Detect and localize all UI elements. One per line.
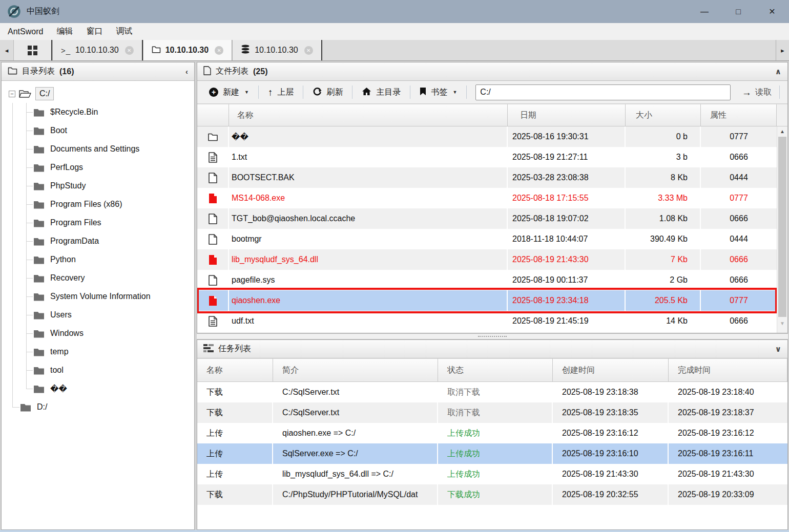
plus-circle-icon: + <box>209 88 218 97</box>
tree-node[interactable]: Boot <box>2 121 194 140</box>
menu-window[interactable]: 窗口 <box>79 26 109 37</box>
column-task-done[interactable]: 完成时间 <box>669 358 787 382</box>
file-list-panel: 文件列表 (25) ∧ + 新建 ▼ ↑ 上层 <box>197 62 788 333</box>
tabs-scroll-left-button[interactable]: ◂ <box>0 40 13 60</box>
tree-node[interactable]: �� <box>2 379 194 398</box>
menu-edit[interactable]: 编辑 <box>50 26 79 37</box>
tree-node-label: PerfLogs <box>50 163 83 172</box>
task-row[interactable]: 上传qiaoshen.exe => C:/上传成功2025-08-19 23:1… <box>197 423 787 443</box>
tab-bar: ◂ >_ 10.10.10.30 ✕ 10.10.10.30 ✕ 10.10.1… <box>0 40 789 61</box>
tree-node[interactable]: Users <box>2 306 194 324</box>
column-task-name[interactable]: 名称 <box>197 358 273 382</box>
tab-label: 10.10.10.30 <box>75 46 119 55</box>
panel-splitter[interactable] <box>197 333 788 339</box>
task-row[interactable]: 下载C:/PhpStudy/PHPTutorial/MySQL/dat下载成功2… <box>197 484 787 505</box>
tree-node-drive-d[interactable]: D:/ <box>2 398 194 416</box>
column-task-created[interactable]: 创建时间 <box>553 358 669 382</box>
tree-node-label[interactable]: C:/ <box>35 87 54 100</box>
tree-node[interactable]: tool <box>2 361 194 379</box>
column-name[interactable]: 名称 <box>229 104 508 126</box>
tab-close-button[interactable]: ✕ <box>125 46 134 55</box>
file-row[interactable]: 1.txt2025-08-19 21:27:113 b0666 <box>197 147 777 167</box>
folder-icon <box>20 403 31 412</box>
tab-close-icon: ✕ <box>127 48 131 53</box>
file-name: lib_mysqludf_sys_64.dll <box>229 249 508 270</box>
file-row[interactable]: bootmgr2018-11-18 10:44:07390.49 Kb0444 <box>197 229 777 249</box>
tree-node-label: Program Files (x86) <box>50 200 122 209</box>
file-row[interactable]: BOOTSECT.BAK2025-03-28 23:08:388 Kb0444 <box>197 167 777 188</box>
tab-home[interactable] <box>13 40 52 60</box>
column-task-desc[interactable]: 简介 <box>273 358 438 382</box>
minimize-button[interactable]: — <box>688 0 721 23</box>
tree-node[interactable]: Recovery <box>2 269 194 287</box>
task-row[interactable]: 上传SqlServer.exe => C:/上传成功2025-08-19 23:… <box>197 443 787 464</box>
tree-node[interactable]: $Recycle.Bin <box>2 103 194 121</box>
file-row[interactable]: lib_mysqludf_sys_64.dll2025-08-19 21:43:… <box>197 249 777 270</box>
file-name: 1.txt <box>229 147 508 167</box>
bookmark-button[interactable]: 书签 ▼ <box>413 87 464 98</box>
scrollbar-up-icon[interactable]: ▲ <box>777 129 787 134</box>
home-directory-button[interactable]: 主目录 <box>355 87 407 98</box>
tree-node[interactable]: Python <box>2 250 194 269</box>
file-row[interactable]: TGT_bob@qiaoshen.local.ccache2025-08-18 … <box>197 208 777 229</box>
task-row[interactable]: 下载C:/SqlServer.txt取消下载2025-08-19 23:18:3… <box>197 382 787 402</box>
tree-node[interactable]: ProgramData <box>2 232 194 250</box>
menu-debug[interactable]: 调试 <box>109 26 139 37</box>
file-row[interactable]: udf.txt2025-08-19 21:45:1914 Kb0666 <box>197 311 777 331</box>
folder-icon <box>33 329 45 338</box>
tab-file-manager[interactable]: 10.10.10.30 ✕ <box>143 40 233 60</box>
file-size: 8 Kb <box>626 167 701 188</box>
column-task-status[interactable]: 状态 <box>438 358 553 382</box>
column-attr[interactable]: 属性 <box>701 104 777 126</box>
task-status: 上传成功 <box>438 423 553 443</box>
path-input[interactable] <box>475 84 731 100</box>
column-size[interactable]: 大小 <box>626 104 701 126</box>
task-type: 上传 <box>197 464 273 484</box>
tree-node-root[interactable]: −C:/ <box>2 84 194 103</box>
tab-close-button[interactable]: ✕ <box>215 46 223 55</box>
tree-node[interactable]: Program Files <box>2 214 194 232</box>
scrollbar-thumb[interactable] <box>778 137 786 317</box>
close-button[interactable]: ✕ <box>755 0 789 23</box>
file-date: 2025-08-18 19:07:02 <box>508 208 626 229</box>
tree-node-label: Users <box>50 310 72 320</box>
file-row[interactable]: ��2025-08-16 19:30:310 b0777 <box>197 126 777 147</box>
tree-node[interactable]: Documents and Settings <box>2 140 194 158</box>
tree-node[interactable]: Windows <box>2 324 194 343</box>
tab-close-icon: ✕ <box>217 48 221 53</box>
tab-close-button[interactable]: ✕ <box>304 46 313 55</box>
up-directory-button[interactable]: ↑ 上层 <box>261 87 301 98</box>
tree-node[interactable]: System Volume Information <box>2 287 194 306</box>
file-row-icon-cell <box>197 126 229 147</box>
collapse-file-panel-button[interactable]: ∧ <box>775 67 781 76</box>
collapse-task-panel-button[interactable]: ∨ <box>775 345 781 354</box>
tree-guide-line <box>26 167 33 168</box>
file-row[interactable]: pagefile.sys2025-08-19 00:11:372 Gb0666 <box>197 270 777 290</box>
new-file-button[interactable]: + 新建 ▼ <box>202 87 256 98</box>
collapse-expander-icon[interactable]: − <box>9 91 15 97</box>
tree-node-label: Windows <box>50 329 84 338</box>
task-row[interactable]: 上传lib_mysqludf_sys_64.dll => C:/上传成功2025… <box>197 464 787 484</box>
read-path-button[interactable]: → 读取 <box>737 87 777 98</box>
tree-node[interactable]: temp <box>2 343 194 361</box>
file-row[interactable]: qiaoshen.exe2025-08-19 23:34:18205.5 Kb0… <box>197 290 777 311</box>
menu-antsword[interactable]: AntSword <box>1 27 50 36</box>
tabs-scroll-right-button[interactable]: ▸ <box>776 40 789 60</box>
collapse-sidebar-button[interactable]: ‹ <box>185 67 188 76</box>
tab-database[interactable]: 10.10.10.30 ✕ <box>232 40 322 60</box>
file-count: (25) <box>253 67 267 76</box>
maximize-button[interactable]: □ <box>721 0 755 23</box>
file-size: 3 b <box>626 147 701 167</box>
file-row[interactable]: MS14-068.exe2025-08-18 17:15:553.33 Mb07… <box>197 188 777 208</box>
scrollbar-down-icon[interactable]: ▼ <box>777 321 787 326</box>
file-toolbar: + 新建 ▼ ↑ 上层 刷新 <box>197 81 787 104</box>
tree-node[interactable]: Program Files (x86) <box>2 195 194 214</box>
task-row[interactable]: 下载C:/SqlServer.txt取消下载2025-08-19 23:18:3… <box>197 402 787 423</box>
tree-node[interactable]: PhpStudy <box>2 177 194 195</box>
document-icon <box>203 66 211 77</box>
column-date[interactable]: 日期 <box>508 104 626 126</box>
tab-terminal[interactable]: >_ 10.10.10.30 ✕ <box>52 40 143 60</box>
refresh-button[interactable]: 刷新 <box>306 87 349 98</box>
tree-node[interactable]: PerfLogs <box>2 158 194 177</box>
task-description: C:/PhpStudy/PHPTutorial/MySQL/dat <box>273 484 438 505</box>
